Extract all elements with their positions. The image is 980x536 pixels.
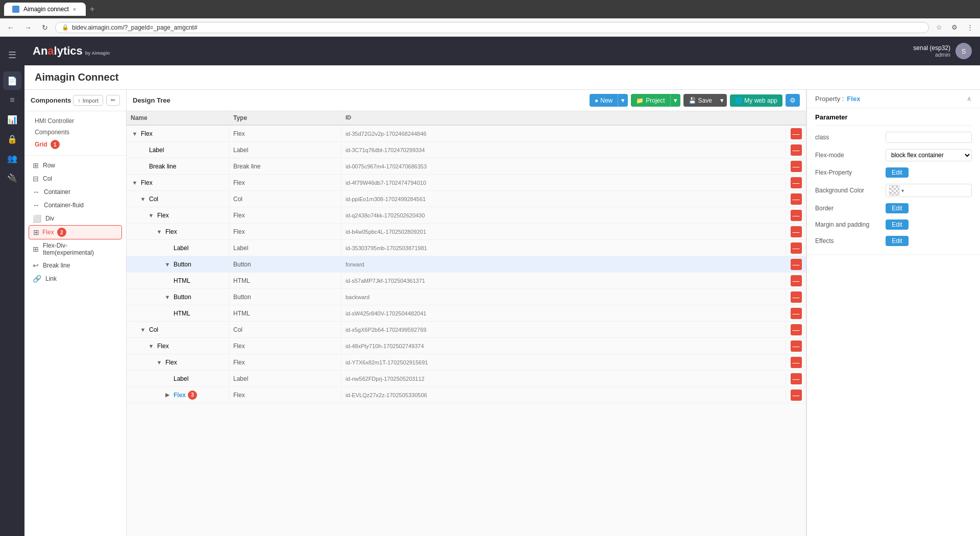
comp-break-line[interactable]: ↩ Break line bbox=[24, 259, 126, 272]
comp-col[interactable]: ⊟ Col bbox=[24, 172, 126, 185]
settings-icon-btn[interactable]: ⚙ bbox=[786, 94, 800, 107]
browser-tab[interactable]: Aimagin connect × bbox=[4, 3, 86, 16]
expand-btn[interactable]: ▶ bbox=[163, 391, 172, 399]
save-btn[interactable]: 💾 Save bbox=[683, 94, 717, 107]
tree-row[interactable]: Label Label id-35303795mb-1702503871981 … bbox=[127, 240, 806, 256]
delete-btn[interactable]: — bbox=[791, 242, 802, 254]
tree-row[interactable]: ▼ Flex Flex id-4f79W46db7-1702474794010 … bbox=[127, 175, 806, 191]
delete-btn[interactable]: — bbox=[791, 193, 802, 205]
delete-btn[interactable]: — bbox=[791, 373, 802, 384]
effects-edit-btn[interactable]: Edit bbox=[886, 236, 909, 246]
expand-btn[interactable] bbox=[163, 277, 172, 285]
expand-btn[interactable]: ▼ bbox=[131, 179, 139, 187]
expand-btn[interactable]: ▼ bbox=[155, 228, 163, 236]
delete-btn[interactable]: — bbox=[791, 259, 802, 270]
tree-row[interactable]: ▼ Button Button forward — bbox=[127, 256, 806, 273]
extensions-icon[interactable]: ⚙ bbox=[948, 21, 961, 34]
comp-container[interactable]: ↔ Container bbox=[24, 185, 126, 199]
delete-btn[interactable]: — bbox=[791, 324, 802, 335]
delete-btn[interactable]: — bbox=[791, 144, 802, 156]
sidebar-icon-list[interactable]: ≡ bbox=[3, 91, 21, 109]
delete-btn[interactable]: — bbox=[791, 161, 802, 172]
tree-row[interactable]: HTML HTML id-s57aMP7Jkf-1702504361371 — bbox=[127, 273, 806, 289]
comp-row[interactable]: ⊞ Row bbox=[24, 159, 126, 172]
app: ☰ 📄 ≡ 📊 🔒 👥 🔌 bbox=[0, 37, 980, 536]
nav-grid[interactable]: Grid 1 bbox=[31, 138, 120, 151]
hamburger-btn[interactable]: ☰ bbox=[0, 41, 24, 69]
expand-btn[interactable]: ▼ bbox=[163, 260, 172, 269]
expand-btn[interactable]: ▼ bbox=[139, 326, 147, 334]
expand-btn[interactable] bbox=[139, 162, 147, 170]
expand-btn[interactable]: ▼ bbox=[155, 358, 163, 367]
delete-btn[interactable]: — bbox=[791, 210, 802, 221]
comp-link[interactable]: 🔗 Link bbox=[24, 272, 126, 285]
expand-btn[interactable] bbox=[163, 309, 172, 318]
delete-btn[interactable]: — bbox=[791, 226, 802, 237]
expand-btn[interactable]: ▼ bbox=[131, 130, 139, 138]
expand-btn[interactable]: ▼ bbox=[147, 342, 155, 350]
comp-flex-div[interactable]: ⊞ Flex-Div-Item(experimental) bbox=[24, 239, 126, 259]
project-dropdown-btn[interactable]: ▾ bbox=[670, 94, 680, 107]
sidebar-icon-plugin[interactable]: 🔌 bbox=[3, 168, 21, 187]
delete-btn[interactable]: — bbox=[791, 308, 802, 319]
delete-btn[interactable]: — bbox=[791, 389, 802, 401]
delete-btn[interactable]: — bbox=[791, 291, 802, 303]
new-dropdown-btn[interactable]: ▾ bbox=[618, 94, 628, 107]
tree-row[interactable]: ▶ Flex 3 Flex id-EVLQz27x2z-170250533050… bbox=[127, 387, 806, 403]
expand-btn[interactable] bbox=[139, 146, 147, 154]
save-dropdown-btn[interactable]: ▾ bbox=[717, 94, 727, 107]
delete-btn[interactable]: — bbox=[791, 357, 802, 368]
delete-btn[interactable]: — bbox=[791, 177, 802, 188]
forward-btn[interactable]: → bbox=[21, 22, 35, 33]
address-bar[interactable]: 🔒 bidev.aimagin.com/?_pageId=_page_amgcn… bbox=[55, 22, 929, 33]
menu-icon[interactable]: ⋮ bbox=[964, 21, 976, 34]
expand-btn[interactable] bbox=[163, 244, 172, 252]
bg-color-btn[interactable]: ▾ bbox=[886, 184, 972, 197]
nav-components[interactable]: Components bbox=[31, 127, 120, 138]
expand-btn[interactable]: ▼ bbox=[147, 211, 155, 220]
tree-row[interactable]: ▼ Flex Flex id-48xPty710h-1702502749374 … bbox=[127, 338, 806, 354]
new-btn[interactable]: ● New bbox=[590, 94, 618, 107]
tree-row[interactable]: ▼ Col Col id-x5gX6P2b64-1702499592769 — bbox=[127, 322, 806, 338]
tree-row[interactable]: ▼ Flex Flex id-b4w05pbc4L-1702502809201 … bbox=[127, 224, 806, 240]
expand-btn[interactable]: ▼ bbox=[139, 195, 147, 203]
comp-flex[interactable]: ⊞ Flex 2 bbox=[29, 225, 122, 239]
delete-btn[interactable]: — bbox=[791, 128, 802, 139]
delete-btn[interactable]: — bbox=[791, 340, 802, 352]
new-tab-btn[interactable]: + bbox=[90, 5, 94, 14]
sidebar-icon-file[interactable]: 📄 bbox=[3, 71, 21, 90]
refresh-btn[interactable]: ↻ bbox=[39, 22, 51, 33]
flex-property-edit-btn[interactable]: Edit bbox=[886, 167, 909, 178]
bookmark-icon[interactable]: ☆ bbox=[933, 21, 945, 34]
tree-row[interactable]: ▼ Flex Flex id-q2438o74kk-1702502620430 … bbox=[127, 207, 806, 224]
sidebar-icon-lock[interactable]: 🔒 bbox=[3, 130, 21, 148]
property-expand-btn[interactable]: ∧ bbox=[967, 95, 972, 103]
my-web-app-btn[interactable]: 🌐 My web app bbox=[730, 94, 782, 107]
flex-mode-select[interactable]: block flex container bbox=[886, 149, 972, 161]
import-btn[interactable]: ↑ Import bbox=[73, 95, 103, 106]
tree-row[interactable]: ▼ Flex Flex id-Y7X6x82m1T-1702502915691 … bbox=[127, 354, 806, 371]
tree-row[interactable]: ▼ Col Col id-ppiEo1m308-1702499284561 — bbox=[127, 191, 806, 207]
tree-row[interactable]: Label Label id-3C71q76dbt-1702470299334 … bbox=[127, 142, 806, 158]
tree-row[interactable]: ▼ Button Button backward — bbox=[127, 289, 806, 305]
class-input[interactable] bbox=[886, 132, 972, 143]
project-btn[interactable]: 📁 Project bbox=[631, 94, 670, 107]
expand-btn[interactable]: ▼ bbox=[163, 293, 172, 301]
user-avatar[interactable]: S bbox=[955, 43, 972, 59]
margin-padding-edit-btn[interactable]: Edit bbox=[886, 220, 909, 230]
back-btn[interactable]: ← bbox=[4, 22, 17, 33]
nav-hmi-controller[interactable]: HMI Controller bbox=[31, 115, 120, 127]
expand-btn[interactable] bbox=[163, 375, 172, 383]
delete-btn[interactable]: — bbox=[791, 275, 802, 286]
tree-row[interactable]: ▼ Flex Flex id-35d72G2v2p-1702468244846 … bbox=[127, 126, 806, 142]
tree-row[interactable]: Label Label id-nw562FDprj-1702505203112 … bbox=[127, 371, 806, 387]
tab-close-btn[interactable]: × bbox=[73, 6, 76, 12]
edit-components-btn[interactable]: ✏ bbox=[106, 95, 120, 106]
sidebar-icon-users[interactable]: 👥 bbox=[3, 149, 21, 167]
tree-row[interactable]: Break line Break line id-0075c967m4-1702… bbox=[127, 158, 806, 175]
comp-container-fluid[interactable]: ↔ Container-fluid bbox=[24, 199, 126, 212]
comp-div[interactable]: ⬜ Div bbox=[24, 212, 126, 225]
border-edit-btn[interactable]: Edit bbox=[886, 203, 909, 213]
tree-row[interactable]: HTML HTML id-sW425r840V-1702504482041 — bbox=[127, 305, 806, 322]
sidebar-icon-chart[interactable]: 📊 bbox=[3, 110, 21, 129]
